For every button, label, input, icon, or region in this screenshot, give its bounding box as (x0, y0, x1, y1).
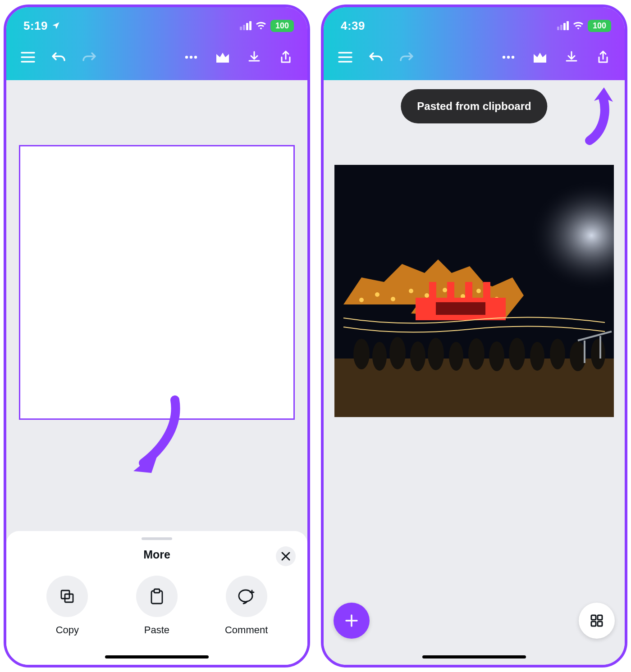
comment-action[interactable]: Comment (219, 576, 274, 636)
svg-point-20 (512, 56, 514, 59)
svg-point-26 (359, 298, 364, 302)
svg-point-28 (391, 297, 395, 301)
paste-toast: Pasted from clipboard (401, 89, 547, 123)
svg-rect-6 (216, 61, 229, 63)
undo-button[interactable] (366, 47, 386, 67)
action-label: Paste (144, 624, 169, 636)
annotation-arrow (576, 86, 617, 145)
svg-point-19 (507, 56, 510, 59)
wifi-icon (255, 21, 267, 30)
copy-icon (59, 588, 75, 604)
svg-point-5 (194, 56, 197, 59)
wifi-icon (572, 21, 584, 30)
svg-point-27 (375, 292, 380, 297)
svg-rect-61 (591, 622, 596, 626)
location-icon (51, 21, 60, 30)
svg-rect-12 (154, 589, 160, 593)
paste-action[interactable]: Paste (130, 576, 184, 636)
svg-point-4 (190, 56, 192, 59)
undo-button[interactable] (49, 47, 69, 67)
svg-rect-39 (483, 282, 490, 300)
editor-canvas-area[interactable]: More Copy Paste (6, 80, 307, 665)
pasted-image[interactable] (334, 165, 614, 417)
home-indicator[interactable] (105, 655, 209, 658)
svg-rect-62 (598, 622, 602, 626)
crown-button[interactable] (213, 47, 233, 67)
svg-point-47 (468, 338, 485, 370)
svg-point-41 (353, 339, 370, 369)
battery-badge: 100 (588, 20, 611, 32)
svg-rect-38 (465, 282, 472, 300)
svg-point-53 (591, 339, 605, 369)
svg-point-43 (389, 337, 406, 369)
comment-icon (238, 588, 256, 604)
more-button[interactable] (498, 47, 518, 67)
more-bottom-sheet: More Copy Paste (6, 531, 307, 665)
add-fab[interactable] (334, 603, 370, 639)
screenshot-right: 4:39 100 (321, 5, 627, 667)
status-time: 4:39 (341, 19, 365, 33)
action-label: Copy (56, 624, 79, 636)
svg-point-3 (185, 56, 188, 59)
svg-point-48 (489, 341, 504, 371)
action-label: Comment (225, 624, 268, 636)
svg-point-33 (476, 289, 481, 293)
svg-point-49 (509, 338, 525, 370)
blank-design-canvas[interactable] (19, 145, 295, 420)
battery-badge: 100 (270, 20, 294, 32)
svg-rect-40 (436, 302, 485, 315)
sheet-title: More (143, 548, 170, 561)
svg-point-29 (409, 289, 413, 293)
svg-point-18 (503, 56, 505, 59)
svg-rect-36 (429, 282, 436, 300)
screenshot-left: 5:19 100 (4, 5, 310, 667)
crown-button[interactable] (530, 47, 550, 67)
header-gradient: 4:39 100 (324, 7, 625, 80)
sheet-handle[interactable] (142, 537, 172, 540)
svg-point-31 (443, 288, 447, 292)
svg-point-50 (530, 342, 544, 371)
share-button[interactable] (593, 47, 613, 67)
redo-button[interactable] (397, 47, 416, 67)
svg-point-42 (372, 342, 387, 371)
close-button[interactable] (276, 546, 296, 566)
svg-rect-59 (591, 615, 596, 620)
svg-point-52 (570, 341, 586, 371)
status-bar: 5:19 100 (6, 7, 307, 39)
app-toolbar (6, 39, 307, 80)
grid-icon (590, 614, 604, 627)
more-button[interactable] (181, 47, 201, 67)
download-button[interactable] (244, 47, 264, 67)
menu-button[interactable] (18, 47, 38, 67)
editor-canvas-area[interactable]: Pasted from clipboard (324, 80, 625, 665)
svg-rect-60 (598, 615, 602, 620)
menu-button[interactable] (335, 47, 355, 67)
header-gradient: 5:19 100 (6, 7, 307, 80)
plus-icon (344, 613, 359, 628)
svg-point-46 (449, 342, 463, 371)
paste-icon (149, 588, 165, 605)
svg-point-51 (550, 339, 565, 369)
home-indicator[interactable] (422, 655, 526, 658)
pasted-image-content (334, 165, 614, 417)
status-time: 5:19 (23, 19, 48, 33)
svg-rect-37 (447, 282, 454, 300)
redo-button[interactable] (79, 47, 99, 67)
copy-action[interactable]: Copy (40, 576, 94, 636)
close-icon (281, 551, 291, 561)
cellular-icon (240, 21, 251, 30)
svg-point-45 (428, 338, 444, 370)
svg-point-44 (410, 341, 425, 371)
pages-fab[interactable] (579, 603, 615, 639)
status-bar: 4:39 100 (324, 7, 625, 39)
svg-point-30 (425, 293, 429, 298)
svg-rect-21 (534, 61, 546, 63)
download-button[interactable] (562, 47, 581, 67)
app-toolbar (324, 39, 625, 80)
share-button[interactable] (276, 47, 296, 67)
cellular-icon (557, 21, 569, 30)
